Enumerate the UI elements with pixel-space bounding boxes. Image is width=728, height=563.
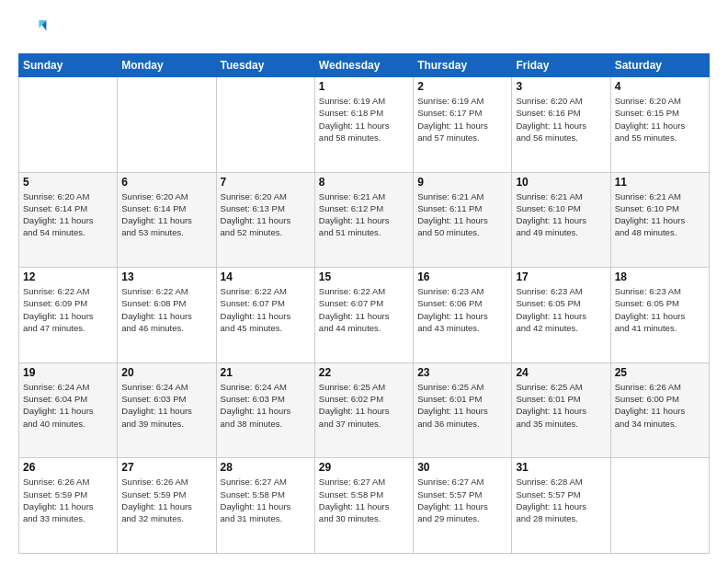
day-number: 13 bbox=[121, 270, 211, 283]
calendar-cell: 5Sunrise: 6:20 AM Sunset: 6:14 PM Daylig… bbox=[19, 172, 118, 268]
calendar-cell: 3Sunrise: 6:20 AM Sunset: 6:16 PM Daylig… bbox=[512, 77, 610, 173]
day-info: Sunrise: 6:26 AM Sunset: 6:00 PM Dayligh… bbox=[615, 381, 705, 430]
day-info: Sunrise: 6:26 AM Sunset: 5:59 PM Dayligh… bbox=[121, 476, 211, 524]
day-info: Sunrise: 6:28 AM Sunset: 5:57 PM Dayligh… bbox=[516, 476, 606, 524]
calendar-cell: 30Sunrise: 6:27 AM Sunset: 5:57 PM Dayli… bbox=[414, 458, 512, 554]
header bbox=[18, 15, 710, 44]
day-info: Sunrise: 6:22 AM Sunset: 6:07 PM Dayligh… bbox=[319, 285, 409, 334]
calendar-week-1: 1Sunrise: 6:19 AM Sunset: 6:18 PM Daylig… bbox=[19, 77, 710, 173]
day-number: 11 bbox=[615, 176, 705, 189]
day-number: 28 bbox=[221, 461, 311, 474]
calendar-cell: 20Sunrise: 6:24 AM Sunset: 6:03 PM Dayli… bbox=[118, 362, 216, 458]
calendar-cell: 26Sunrise: 6:26 AM Sunset: 5:59 PM Dayli… bbox=[19, 458, 118, 554]
calendar-cell bbox=[216, 77, 314, 173]
day-number: 17 bbox=[516, 270, 606, 283]
calendar-header-friday: Friday bbox=[512, 54, 610, 77]
day-info: Sunrise: 6:22 AM Sunset: 6:08 PM Dayligh… bbox=[121, 285, 211, 334]
calendar-cell bbox=[118, 77, 216, 173]
day-info: Sunrise: 6:21 AM Sunset: 6:10 PM Dayligh… bbox=[516, 190, 606, 239]
page: SundayMondayTuesdayWednesdayThursdayFrid… bbox=[0, 0, 728, 563]
logo-icon bbox=[18, 15, 48, 44]
day-number: 27 bbox=[121, 461, 211, 474]
day-number: 20 bbox=[121, 366, 211, 379]
calendar-cell: 1Sunrise: 6:19 AM Sunset: 6:18 PM Daylig… bbox=[314, 77, 413, 173]
calendar-cell: 2Sunrise: 6:19 AM Sunset: 6:17 PM Daylig… bbox=[414, 77, 512, 173]
day-info: Sunrise: 6:20 AM Sunset: 6:14 PM Dayligh… bbox=[23, 190, 113, 239]
calendar-cell: 9Sunrise: 6:21 AM Sunset: 6:11 PM Daylig… bbox=[414, 172, 512, 268]
calendar-header-wednesday: Wednesday bbox=[314, 54, 413, 77]
day-number: 24 bbox=[516, 366, 606, 379]
day-info: Sunrise: 6:20 AM Sunset: 6:15 PM Dayligh… bbox=[615, 95, 705, 144]
day-info: Sunrise: 6:21 AM Sunset: 6:12 PM Dayligh… bbox=[319, 190, 409, 239]
calendar-cell bbox=[610, 458, 709, 554]
calendar-week-5: 26Sunrise: 6:26 AM Sunset: 5:59 PM Dayli… bbox=[19, 458, 710, 554]
calendar-header-tuesday: Tuesday bbox=[216, 54, 314, 77]
day-number: 16 bbox=[417, 270, 507, 283]
day-number: 2 bbox=[417, 80, 507, 93]
day-number: 18 bbox=[615, 270, 705, 283]
day-info: Sunrise: 6:20 AM Sunset: 6:16 PM Dayligh… bbox=[516, 95, 606, 144]
day-info: Sunrise: 6:24 AM Sunset: 6:03 PM Dayligh… bbox=[221, 381, 311, 430]
day-info: Sunrise: 6:24 AM Sunset: 6:03 PM Dayligh… bbox=[121, 381, 211, 430]
calendar-cell: 27Sunrise: 6:26 AM Sunset: 5:59 PM Dayli… bbox=[118, 458, 216, 554]
logo bbox=[18, 15, 51, 44]
calendar-cell: 10Sunrise: 6:21 AM Sunset: 6:10 PM Dayli… bbox=[512, 172, 610, 268]
day-number: 1 bbox=[319, 80, 409, 93]
calendar-cell: 11Sunrise: 6:21 AM Sunset: 6:10 PM Dayli… bbox=[610, 172, 709, 268]
day-number: 5 bbox=[23, 176, 113, 189]
day-info: Sunrise: 6:19 AM Sunset: 6:17 PM Dayligh… bbox=[417, 95, 507, 144]
day-number: 4 bbox=[615, 80, 705, 93]
day-info: Sunrise: 6:25 AM Sunset: 6:01 PM Dayligh… bbox=[417, 381, 507, 430]
day-info: Sunrise: 6:27 AM Sunset: 5:58 PM Dayligh… bbox=[221, 476, 311, 524]
calendar-cell: 28Sunrise: 6:27 AM Sunset: 5:58 PM Dayli… bbox=[216, 458, 314, 554]
day-number: 25 bbox=[615, 366, 705, 379]
calendar-cell bbox=[19, 77, 118, 173]
calendar-cell: 18Sunrise: 6:23 AM Sunset: 6:05 PM Dayli… bbox=[610, 268, 709, 363]
day-number: 9 bbox=[417, 176, 507, 189]
day-info: Sunrise: 6:23 AM Sunset: 6:05 PM Dayligh… bbox=[615, 285, 705, 334]
day-info: Sunrise: 6:22 AM Sunset: 6:09 PM Dayligh… bbox=[23, 285, 113, 334]
calendar-table: SundayMondayTuesdayWednesdayThursdayFrid… bbox=[18, 53, 710, 554]
calendar-cell: 24Sunrise: 6:25 AM Sunset: 6:01 PM Dayli… bbox=[512, 362, 610, 458]
day-info: Sunrise: 6:23 AM Sunset: 6:06 PM Dayligh… bbox=[417, 285, 507, 334]
day-number: 8 bbox=[319, 176, 409, 189]
day-number: 3 bbox=[516, 80, 606, 93]
calendar-week-4: 19Sunrise: 6:24 AM Sunset: 6:04 PM Dayli… bbox=[19, 362, 710, 458]
day-number: 26 bbox=[23, 461, 113, 474]
day-info: Sunrise: 6:25 AM Sunset: 6:02 PM Dayligh… bbox=[319, 381, 409, 430]
day-info: Sunrise: 6:26 AM Sunset: 5:59 PM Dayligh… bbox=[23, 476, 113, 524]
day-number: 30 bbox=[417, 461, 507, 474]
day-info: Sunrise: 6:22 AM Sunset: 6:07 PM Dayligh… bbox=[221, 285, 311, 334]
calendar-cell: 13Sunrise: 6:22 AM Sunset: 6:08 PM Dayli… bbox=[118, 268, 216, 363]
calendar-cell: 6Sunrise: 6:20 AM Sunset: 6:14 PM Daylig… bbox=[118, 172, 216, 268]
calendar-header-thursday: Thursday bbox=[414, 54, 512, 77]
day-number: 14 bbox=[221, 270, 311, 283]
day-number: 10 bbox=[516, 176, 606, 189]
day-info: Sunrise: 6:27 AM Sunset: 5:57 PM Dayligh… bbox=[417, 476, 507, 524]
calendar-cell: 31Sunrise: 6:28 AM Sunset: 5:57 PM Dayli… bbox=[512, 458, 610, 554]
calendar-cell: 21Sunrise: 6:24 AM Sunset: 6:03 PM Dayli… bbox=[216, 362, 314, 458]
day-info: Sunrise: 6:27 AM Sunset: 5:58 PM Dayligh… bbox=[319, 476, 409, 524]
day-number: 21 bbox=[221, 366, 311, 379]
calendar-cell: 12Sunrise: 6:22 AM Sunset: 6:09 PM Dayli… bbox=[19, 268, 118, 363]
day-info: Sunrise: 6:20 AM Sunset: 6:13 PM Dayligh… bbox=[221, 190, 311, 239]
calendar-cell: 14Sunrise: 6:22 AM Sunset: 6:07 PM Dayli… bbox=[216, 268, 314, 363]
calendar-cell: 23Sunrise: 6:25 AM Sunset: 6:01 PM Dayli… bbox=[414, 362, 512, 458]
calendar-cell: 15Sunrise: 6:22 AM Sunset: 6:07 PM Dayli… bbox=[314, 268, 413, 363]
calendar-cell: 25Sunrise: 6:26 AM Sunset: 6:00 PM Dayli… bbox=[610, 362, 709, 458]
day-info: Sunrise: 6:21 AM Sunset: 6:11 PM Dayligh… bbox=[417, 190, 507, 239]
day-number: 19 bbox=[23, 366, 113, 379]
day-info: Sunrise: 6:21 AM Sunset: 6:10 PM Dayligh… bbox=[615, 190, 705, 239]
day-info: Sunrise: 6:20 AM Sunset: 6:14 PM Dayligh… bbox=[121, 190, 211, 239]
calendar-cell: 7Sunrise: 6:20 AM Sunset: 6:13 PM Daylig… bbox=[216, 172, 314, 268]
calendar-cell: 19Sunrise: 6:24 AM Sunset: 6:04 PM Dayli… bbox=[19, 362, 118, 458]
calendar-cell: 16Sunrise: 6:23 AM Sunset: 6:06 PM Dayli… bbox=[414, 268, 512, 363]
day-info: Sunrise: 6:19 AM Sunset: 6:18 PM Dayligh… bbox=[319, 95, 409, 144]
day-info: Sunrise: 6:24 AM Sunset: 6:04 PM Dayligh… bbox=[23, 381, 113, 430]
calendar-cell: 29Sunrise: 6:27 AM Sunset: 5:58 PM Dayli… bbox=[314, 458, 413, 554]
calendar-cell: 4Sunrise: 6:20 AM Sunset: 6:15 PM Daylig… bbox=[610, 77, 709, 173]
calendar-cell: 22Sunrise: 6:25 AM Sunset: 6:02 PM Dayli… bbox=[314, 362, 413, 458]
calendar-week-3: 12Sunrise: 6:22 AM Sunset: 6:09 PM Dayli… bbox=[19, 268, 710, 363]
calendar-week-2: 5Sunrise: 6:20 AM Sunset: 6:14 PM Daylig… bbox=[19, 172, 710, 268]
calendar-header-monday: Monday bbox=[118, 54, 216, 77]
